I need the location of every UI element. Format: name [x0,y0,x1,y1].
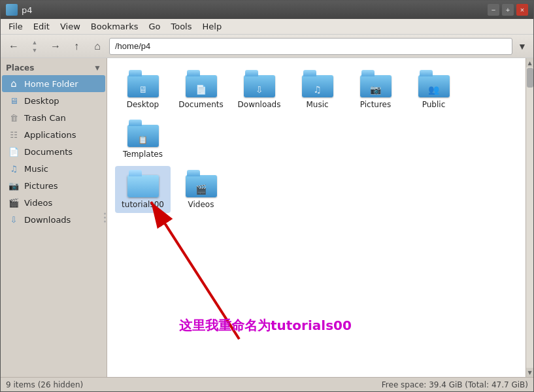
address-dropdown-button[interactable]: ▼ [515,38,529,55]
sidebar-item-label: Applications [24,130,76,140]
file-label-public: Public [422,100,446,109]
pictures-icon: 📷 [7,179,20,192]
file-label-tutorials00: tutorials00 [122,200,164,209]
sidebar-toggle-button[interactable]: ▼ [93,63,101,73]
address-bar[interactable] [109,38,512,55]
annotation-text: 这里我重命名为tutorials00 [179,317,352,335]
file-item-desktop[interactable]: 🖥 Desktop [115,66,171,113]
sidebar-item-trash[interactable]: 🗑 Trash Can [2,109,105,126]
sidebar-item-pictures[interactable]: 📷 Pictures [2,177,105,194]
file-item-downloads[interactable]: ⇩ Downloads [231,66,287,113]
nav-previous-button[interactable]: ← [5,38,23,55]
statusbar: 9 items (26 hidden) Free space: 39.4 GiB… [1,377,533,391]
status-free-space: Free space: 39.4 GiB (Total: 47.7 GiB) [382,380,528,389]
titlebar-left: p4 [6,4,33,16]
main-content: Places ▼ ⌂ Home Folder 🖥 Desktop 🗑 Tr [1,58,533,377]
nav-up-button[interactable]: ↑ [67,38,86,55]
music-icon: ♫ [7,162,20,175]
file-label-documents: Documents [178,100,223,109]
menu-tools[interactable]: Tools [165,20,197,33]
sidebar: Places ▼ ⌂ Home Folder 🖥 Desktop 🗑 Tr [1,58,107,377]
downloads-icon: ⇩ [7,213,20,226]
scroll-down-button[interactable]: ▼ [526,368,534,377]
sidebar-item-label: Videos [24,198,52,208]
menu-view[interactable]: View [55,20,86,33]
sidebar-title: Places [6,63,34,73]
documents-icon: 📄 [7,145,20,158]
videos-icon: 🎬 [7,196,20,209]
menu-bookmarks[interactable]: Bookmarks [86,20,144,33]
sidebar-item-applications[interactable]: ☷ Applications [2,126,105,143]
sidebar-item-downloads[interactable]: ⇩ Downloads [2,211,105,228]
menu-go[interactable]: Go [143,20,165,33]
menu-help[interactable]: Help [197,20,227,33]
minimize-button[interactable]: − [488,4,499,16]
file-item-videos[interactable]: 🎬 Videos [173,166,229,213]
sidebar-item-label: Pictures [24,181,58,191]
sidebar-item-label: Music [24,164,48,174]
file-label-pictures: Pictures [360,100,392,109]
file-label-music: Music [306,100,328,109]
maximize-button[interactable]: + [502,4,514,16]
toolbar: ← ▲ ▼ → ↑ ⌂ ▼ [1,35,533,58]
sidebar-item-videos[interactable]: 🎬 Videos [2,194,105,211]
menubar: File Edit View Bookmarks Go Tools Help [1,19,533,35]
sidebar-item-music[interactable]: ♫ Music [2,160,105,177]
menu-file[interactable]: File [3,20,28,33]
close-button[interactable]: × [516,4,528,16]
sidebar-item-documents[interactable]: 📄 Documents [2,143,105,160]
sidebar-item-label: Trash Can [24,113,66,123]
window-title: p4 [22,5,33,15]
file-manager-window: p4 − + × File Edit View Bookmarks Go Too… [0,0,534,392]
window-controls: − + × [488,4,528,16]
applications-icon: ☷ [7,128,20,141]
home-icon: ⌂ [7,77,20,90]
sidebar-item-label: Documents [24,147,73,157]
titlebar: p4 − + × [1,1,533,19]
desktop-icon: 🖥 [7,94,20,107]
file-item-tutorials00[interactable]: tutorials00 [115,166,171,213]
file-item-public[interactable]: 👥 Public [406,66,461,113]
sidebar-resize-handle [103,213,107,223]
file-area[interactable]: 🖥 Desktop 📄 Documents [107,58,526,377]
file-label-downloads: Downloads [238,100,281,109]
trash-icon: 🗑 [7,111,20,124]
sidebar-item-home[interactable]: ⌂ Home Folder [2,75,105,92]
file-grid: 🖥 Desktop 📄 Documents [115,66,518,163]
sidebar-item-label: Home Folder [24,79,78,89]
scroll-up-button[interactable]: ▲ [526,58,534,67]
scroll-thumb[interactable] [527,68,533,88]
sidebar-header: Places ▼ [1,61,107,75]
status-items-count: 9 items (26 hidden) [6,380,83,389]
file-item-pictures[interactable]: 📷 Pictures [348,66,403,113]
nav-forward-button[interactable]: → [46,38,65,55]
nav-home-button[interactable]: ⌂ [88,38,107,55]
scroll-track [526,67,534,368]
file-item-templates[interactable]: 📋 Templates [115,116,171,163]
sidebar-item-label: Desktop [24,96,59,106]
file-label-desktop: Desktop [127,100,159,109]
menu-edit[interactable]: Edit [28,20,55,33]
scrollbar-right[interactable]: ▲ ▼ [526,58,533,377]
sidebar-item-desktop[interactable]: 🖥 Desktop [2,92,105,109]
nav-next-button[interactable]: ▲ ▼ [25,38,44,55]
file-label-videos: Videos [188,200,214,209]
file-item-music[interactable]: ♫ Music [290,66,345,113]
sidebar-item-label: Downloads [24,215,71,225]
file-grid-row2: tutorials00 🎬 Videos [115,166,518,213]
file-label-templates: Templates [123,150,163,159]
app-icon [6,4,18,16]
file-item-documents[interactable]: 📄 Documents [173,66,229,113]
